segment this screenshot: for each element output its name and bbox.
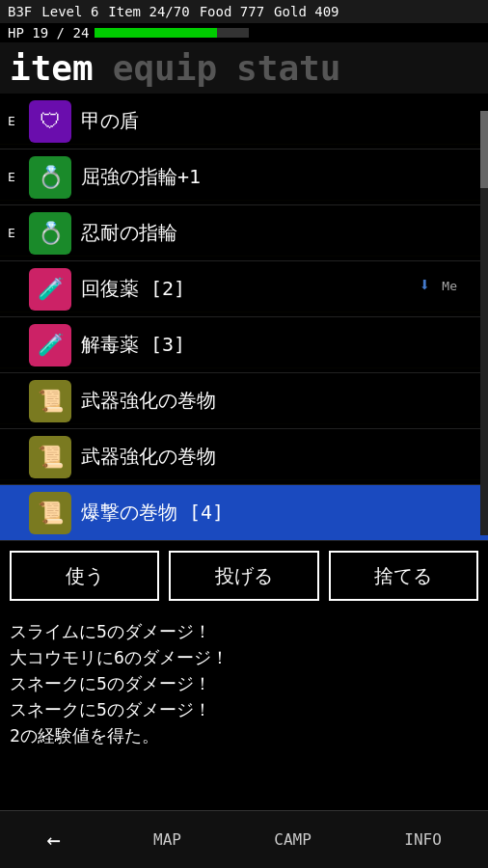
list-item[interactable]: 📜 武器強化の巻物 [0,429,488,485]
item-icon: 🧪 [29,268,71,311]
message-line: スネークに5のダメージ！ [10,670,478,696]
hp-bar: HP 19 / 24 [0,23,488,42]
message-line: 大コウモリに6のダメージ！ [10,644,478,670]
tab-item[interactable]: item [10,48,94,88]
list-item[interactable]: 🧪 解毒薬 [3] [0,317,488,373]
item-label: 屈強の指輪+1 [81,164,201,190]
item-icon: 💍 [29,212,71,255]
info-button[interactable]: INFO [389,823,457,856]
list-item-selected[interactable]: 📜 爆撃の巻物 [4] [0,485,488,541]
map-button[interactable]: MAP [138,823,197,856]
item-icon: 📜 [29,492,71,534]
list-item[interactable]: E 💍 屈強の指輪+1 [0,149,488,205]
hp-text: HP 19 / 24 [8,25,89,41]
action-buttons: 使う 投げる 捨てる [0,541,488,610]
list-item[interactable]: E 🛡 甲の盾 [0,94,488,149]
camp-button[interactable]: CAMP [258,823,327,856]
item-label: 忍耐の指輪 [81,220,177,246]
food-label: Food 777 [200,4,264,19]
download-icon: ⬇ [419,273,430,296]
item-label: Item 24/70 [108,4,189,19]
item-label: 回復薬 [2] [81,276,185,302]
list-item[interactable]: 📜 武器強化の巻物 [0,373,488,429]
throw-button[interactable]: 投げる [169,551,318,601]
item-icon: 🛡 [29,100,71,143]
gold-label: Gold 409 [274,4,339,19]
bottom-nav: ← MAP CAMP INFO [0,810,488,868]
tab-equip[interactable]: equip [113,48,217,88]
message-log: スライムに5のダメージ！ 大コウモリに6のダメージ！ スネークに5のダメージ！ … [0,610,488,756]
level-label: Level 6 [41,4,98,19]
item-label: 武器強化の巻物 [81,444,216,470]
status-bar: B3F Level 6 Item 24/70 Food 777 Gold 409 [0,0,488,23]
hp-bar-background [95,28,249,38]
item-icon: 📜 [29,436,71,478]
item-label: 武器強化の巻物 [81,388,216,414]
use-button[interactable]: 使う [10,551,159,601]
item-icon: 💍 [29,156,71,199]
back-button[interactable]: ← [31,819,75,861]
item-label: 爆撃の巻物 [4] [81,500,224,526]
item-list: E 🛡 甲の盾 E 💍 屈強の指輪+1 E 💍 忍耐の指輪 🧪 回復薬 [2] … [0,94,488,541]
message-line: スネークに5のダメージ！ [10,696,478,722]
hp-bar-fill [95,28,216,38]
equip-badge: E [8,114,25,128]
list-item[interactable]: 🧪 回復薬 [2] ⬇ Me [0,261,488,317]
item-icon: 📜 [29,380,71,422]
equip-badge: E [8,226,25,240]
message-line: スライムに5のダメージ！ [10,618,478,644]
scrollbar[interactable] [480,111,488,535]
tab-status[interactable]: statu [236,48,340,88]
item-label: 解毒薬 [3] [81,332,185,358]
item-icon: 🧪 [29,324,71,366]
equip-badge: E [8,170,25,184]
item-label: 甲の盾 [81,108,139,134]
message-line: 2の経験値を得た。 [10,722,478,748]
list-item[interactable]: E 💍 忍耐の指輪 [0,205,488,261]
me-label: Me [442,279,457,293]
floor-label: B3F [8,4,32,19]
scrollbar-thumb[interactable] [480,111,488,188]
tab-header: item equip statu [0,42,488,94]
discard-button[interactable]: 捨てる [329,551,478,601]
